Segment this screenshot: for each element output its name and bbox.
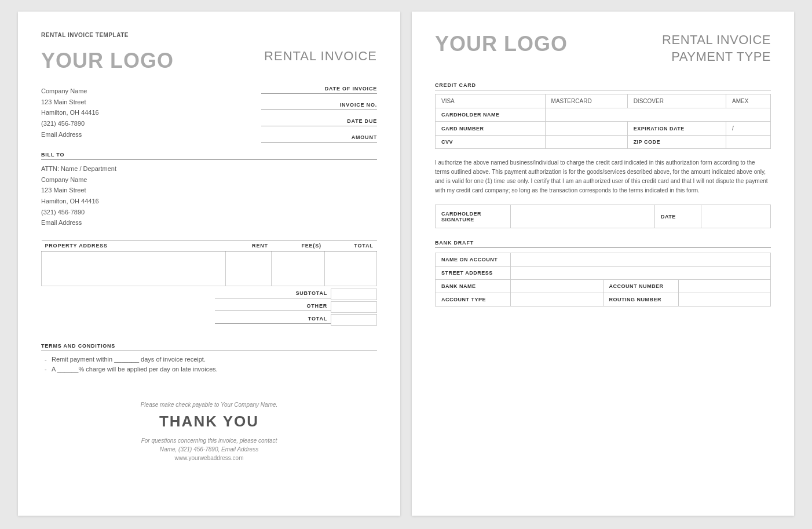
cc-discover: DISCOVER xyxy=(627,94,726,108)
company-info: Company Name 123 Main Street Hamilton, O… xyxy=(41,86,99,143)
rent-cell xyxy=(226,251,272,286)
signature-row: CARDHOLDER SIGNATURE DATE xyxy=(436,205,771,228)
fees-cell xyxy=(272,251,325,286)
signature-value xyxy=(511,205,655,228)
cc-amex: AMEX xyxy=(726,94,770,108)
footer-section: Please make check payable to Your Compan… xyxy=(41,402,377,461)
footer-contact-line2: Name, (321) 456-7890, Email Address xyxy=(41,446,377,453)
property-cell xyxy=(42,251,226,286)
other-value xyxy=(331,301,377,313)
expiration-date-value: / xyxy=(726,122,770,136)
subtotal-row: SUBTOTAL xyxy=(215,289,377,300)
bill-attn: ATTN: Name / Department xyxy=(41,163,377,174)
card-number-value xyxy=(545,122,627,136)
account-number-value xyxy=(678,280,771,293)
bank-name-row: BANK NAME ACCOUNT NUMBER xyxy=(436,280,771,293)
cc-mastercard: MASTERCARD xyxy=(545,94,627,108)
company-name: Company Name xyxy=(41,86,99,97)
zip-code-label: ZIP CODE xyxy=(627,136,726,149)
col-fees: FEE(S) xyxy=(272,240,325,251)
date-fields: DATE OF INVOICE INVOICE NO. DATE DUE AMO… xyxy=(261,86,377,143)
company-street: 123 Main Street xyxy=(41,97,99,108)
terms-list: Remit payment within _______ days of inv… xyxy=(41,356,377,373)
account-type-row: ACCOUNT TYPE ROUTING NUMBER xyxy=(436,293,771,307)
cardholder-name-label: CARDHOLDER NAME xyxy=(436,108,546,122)
zip-code-value xyxy=(726,136,770,149)
footer-contact-line1: For questions concerning this invoice, p… xyxy=(41,437,377,444)
terms-item-2: A ______% charge will be applied per day… xyxy=(52,366,377,373)
bill-street: 123 Main Street xyxy=(41,185,377,196)
card-number-row: CARD NUMBER EXPIRATION DATE / xyxy=(436,122,771,136)
info-fields-row: Company Name 123 Main Street Hamilton, O… xyxy=(41,86,377,143)
cc-visa: VISA xyxy=(436,94,546,108)
totals-section: SUBTOTAL OTHER TOTAL xyxy=(41,289,377,327)
total-row: TOTAL xyxy=(215,314,377,326)
col-rent: RENT xyxy=(226,240,272,251)
total-value xyxy=(331,314,377,326)
date-of-invoice-label: DATE OF INVOICE xyxy=(261,86,377,94)
other-row: OTHER xyxy=(215,301,377,313)
bill-to-section: BILL TO ATTN: Name / Department Company … xyxy=(41,152,377,228)
cardholder-name-row: CARDHOLDER NAME xyxy=(436,108,771,122)
logo-invoice-row-2: YOUR LOGO RENTAL INVOICE PAYMENT TYPE xyxy=(435,32,771,65)
company-phone: (321) 456-7890 xyxy=(41,118,99,129)
date-label: DATE xyxy=(655,205,701,228)
thank-you: THANK YOU xyxy=(41,413,377,431)
company-email: Email Address xyxy=(41,129,99,140)
cardholder-name-value xyxy=(545,108,770,122)
bank-name-value xyxy=(511,280,603,293)
table-row xyxy=(42,251,377,286)
cvv-row: CVV ZIP CODE xyxy=(436,136,771,149)
other-label: OTHER xyxy=(215,303,331,311)
card-number-label: CARD NUMBER xyxy=(436,122,546,136)
routing-number-label: ROUTING NUMBER xyxy=(603,293,678,307)
bill-to-info: ATTN: Name / Department Company Name 123… xyxy=(41,163,377,228)
date-value xyxy=(701,205,771,228)
bank-name-label: BANK NAME xyxy=(436,280,511,293)
bill-city: Hamilton, OH 44416 xyxy=(41,196,377,207)
account-number-label: ACCOUNT NUMBER xyxy=(603,280,678,293)
footer-website: www.yourwebaddress.com xyxy=(41,455,377,461)
items-table: PROPERTY ADDRESS RENT FEE(S) TOTAL xyxy=(41,240,377,286)
signature-label: CARDHOLDER SIGNATURE xyxy=(436,205,511,228)
credit-card-label: CREDIT CARD xyxy=(435,82,771,90)
company-city: Hamilton, OH 44416 xyxy=(41,107,99,118)
street-address-row: STREET ADDRESS xyxy=(436,267,771,280)
invoice-page-2: YOUR LOGO RENTAL INVOICE PAYMENT TYPE CR… xyxy=(412,12,794,516)
amount-label: AMOUNT xyxy=(261,134,377,143)
account-type-label: ACCOUNT TYPE xyxy=(436,293,511,307)
bill-to-label: BILL TO xyxy=(41,152,377,160)
bill-phone: (321) 456-7890 xyxy=(41,207,377,218)
bill-email: Email Address xyxy=(41,217,377,228)
signature-table: CARDHOLDER SIGNATURE DATE xyxy=(435,205,771,228)
credit-card-section: CREDIT CARD VISA MASTERCARD DISCOVER AME… xyxy=(435,82,771,149)
invoice-title: RENTAL INVOICE xyxy=(264,49,377,64)
invoice-no-label: INVOICE NO. xyxy=(261,102,377,110)
bill-company: Company Name xyxy=(41,174,377,185)
invoice-page-1: RENTAL INVOICE TEMPLATE YOUR LOGO RENTAL… xyxy=(18,12,400,516)
logo-invoice-row: YOUR LOGO RENTAL INVOICE xyxy=(41,49,377,73)
account-type-value xyxy=(511,293,603,307)
bank-grid: NAME ON ACCOUNT STREET ADDRESS BANK NAME… xyxy=(435,253,771,307)
total-cell xyxy=(325,251,377,286)
total-label: TOTAL xyxy=(215,316,331,324)
street-address-label: STREET ADDRESS xyxy=(436,267,511,280)
logo-2: YOUR LOGO xyxy=(435,32,568,56)
subtotal-value xyxy=(331,289,377,300)
cvv-label: CVV xyxy=(436,136,546,149)
col-property: PROPERTY ADDRESS xyxy=(42,240,226,251)
invoice-title-2: RENTAL INVOICE PAYMENT TYPE xyxy=(662,32,771,65)
auth-text: I authorize the above named business/ind… xyxy=(435,158,771,195)
terms-item-1: Remit payment within _______ days of inv… xyxy=(52,356,377,363)
template-label: RENTAL INVOICE TEMPLATE xyxy=(41,32,377,38)
cvv-value xyxy=(545,136,627,149)
date-due-label: DATE DUE xyxy=(261,118,377,126)
expiration-date-label: EXPIRATION DATE xyxy=(627,122,726,136)
cc-types-table: VISA MASTERCARD DISCOVER AMEX CARDHOLDER… xyxy=(435,94,771,149)
name-on-account-value xyxy=(511,253,771,267)
bank-draft-label: BANK DRAFT xyxy=(435,240,771,248)
name-on-account-row: NAME ON ACCOUNT xyxy=(436,253,771,267)
cc-types-row: VISA MASTERCARD DISCOVER AMEX xyxy=(436,94,771,108)
bank-draft-section: BANK DRAFT NAME ON ACCOUNT STREET ADDRES… xyxy=(435,240,771,307)
logo: YOUR LOGO xyxy=(41,49,174,73)
